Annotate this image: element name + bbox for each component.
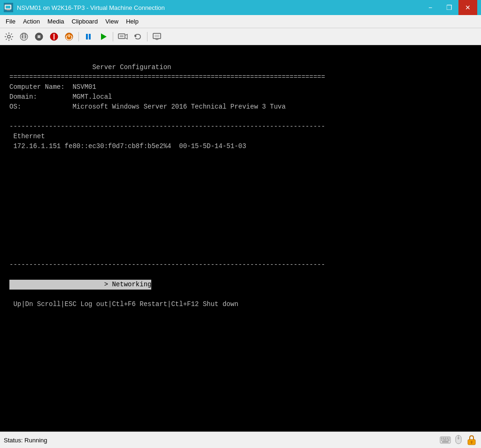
settings-icon[interactable] [2,30,16,43]
window-title: NSVM01 on W2K16-TP3 - Virtual Machine Co… [17,4,165,11]
ethernet-label: Ethernet [9,133,45,140]
snapshot-button[interactable] [116,30,130,43]
menu-action[interactable]: Action [19,17,44,26]
server-config-title: Server Configuration [9,63,171,71]
menu-media[interactable]: Media [44,17,68,26]
svg-rect-18 [155,39,159,39]
domain-line: Domain: MGMT.local [9,93,112,101]
svg-rect-19 [156,39,158,40]
svg-rect-14 [120,35,124,37]
svg-rect-35 [471,442,472,444]
svg-rect-7 [38,35,40,38]
svg-rect-11 [89,34,91,39]
help-line: Up|Dn Scroll|ESC Log out|Ctl+F6 Restart|… [9,300,238,308]
toolbar-separator-3 [147,32,147,41]
equals-line: ========================================… [9,73,325,81]
svg-rect-27 [443,440,447,440]
computer-name-line: Computer Name: NSVM01 [9,83,96,91]
menu-view[interactable]: View [101,17,122,26]
window-controls: − ❐ ✕ [421,0,477,15]
toolbar-separator-1 [78,32,79,41]
svg-rect-28 [447,440,450,440]
resume-button[interactable] [96,30,110,43]
mouse-icon [453,434,464,446]
toolbar-separator-2 [113,32,113,41]
dash-line2: ----------------------------------------… [9,261,325,268]
stop-button[interactable] [32,30,46,43]
toolbar [0,28,481,45]
svg-rect-21 [441,438,442,439]
svg-rect-3 [7,10,10,11]
svg-rect-10 [86,34,88,39]
svg-rect-17 [155,35,159,37]
revert-button[interactable] [131,30,145,43]
dash-line1: ----------------------------------------… [9,123,325,130]
pause-button[interactable] [81,30,95,43]
lock-icon [466,434,477,446]
title-bar: NSVM01 on W2K16-TP3 - Virtual Machine Co… [0,0,481,15]
power-on-button[interactable] [17,30,31,43]
menu-file[interactable]: File [2,17,19,26]
svg-rect-29 [442,441,449,442]
app-icon [4,3,13,12]
reset-button[interactable] [47,30,61,43]
svg-rect-23 [445,438,446,439]
close-button[interactable]: ✕ [458,0,477,15]
ethernet-address: 172.16.1.151 fe80::ec30:f0d7:cb8f:b5e2%4… [9,142,246,150]
status-bar: Status: Running [0,432,481,448]
svg-rect-24 [447,438,448,439]
menu-clipboard[interactable]: Clipboard [68,17,102,26]
minimize-button[interactable]: − [421,0,440,15]
networking-selected[interactable]: > Networking [9,280,151,290]
svg-rect-26 [441,440,442,440]
keyboard-icon [440,434,451,446]
menu-bar: File Action Media Clipboard View Help [0,15,481,28]
svg-point-32 [458,437,459,439]
svg-rect-25 [449,438,450,439]
vm-screen[interactable]: Server Configuration ===================… [0,45,481,432]
status-text: Status: Running [4,437,47,444]
os-line: OS: Microsoft Windows Server 2016 Techni… [9,103,286,110]
status-icons [440,434,477,446]
menu-help[interactable]: Help [122,17,142,26]
shutdown-button[interactable] [62,30,76,43]
svg-point-4 [8,35,10,38]
manage-button[interactable] [150,30,164,43]
svg-rect-2 [7,9,10,10]
svg-rect-1 [6,6,10,8]
svg-rect-22 [443,438,444,439]
maximize-button[interactable]: ❐ [440,0,458,15]
svg-marker-12 [101,33,107,40]
